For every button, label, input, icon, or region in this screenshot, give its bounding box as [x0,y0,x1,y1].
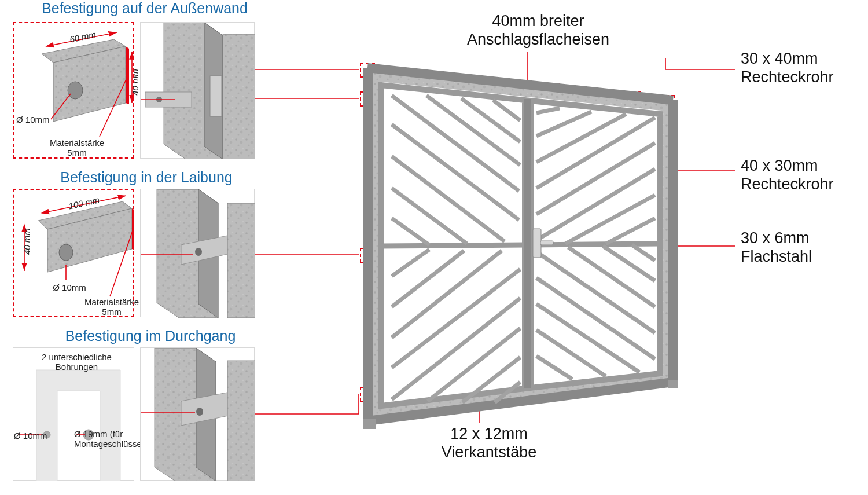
gate-illustration [363,61,687,431]
section2-thickness: Materialstärke5mm [80,297,144,317]
svg-point-93 [196,408,203,416]
section1-hole: Ø 10mm [16,115,51,124]
svg-rect-54 [363,419,376,429]
section3-note: 2 unterschiedliche Bohrungen [26,352,127,372]
section1-detail [140,22,255,159]
svg-rect-55 [668,380,678,388]
svg-marker-85 [36,370,120,481]
section2-title: Befestigung in der Laibung [51,169,242,186]
callout-top-center: 40mm breiter Anschlagsflacheisen [451,12,625,49]
section2-hole: Ø 10mm [49,283,90,292]
section1-thickness: Materialstärke5mm [45,138,109,158]
svg-point-59 [68,82,83,99]
section3-title: Befestigung im Durchgang [58,328,243,344]
svg-rect-52 [533,229,541,258]
svg-rect-53 [540,241,553,245]
svg-line-17 [381,245,525,246]
svg-point-82 [195,248,202,256]
section2-dim40: 40 mm [22,228,32,255]
callout-bottom: 12 x 12mm Vierkantstäbe [425,424,553,462]
svg-marker-83 [227,203,255,318]
svg-marker-66 [223,34,255,159]
section1-dim40: 40 mm [130,69,140,96]
section3-hole1: Ø 10mm [14,431,49,441]
callout-right-1: 30 x 40mm Rechteckrohr [741,49,834,87]
section3-detail [140,347,255,481]
svg-marker-58 [126,46,129,104]
svg-rect-69 [210,76,222,116]
callout-right-3: 30 x 6mm Flachstahl [741,229,812,266]
section3-hole2: Ø 19mm (fürMontageschlüssel) [74,430,144,449]
svg-point-74 [59,244,73,261]
section2-detail [140,189,255,317]
section1-title: Befestigung auf der Außenwand [35,0,255,17]
callout-right-2: 40 x 30mm Rechteckrohr [741,156,834,194]
svg-marker-94 [227,361,255,481]
